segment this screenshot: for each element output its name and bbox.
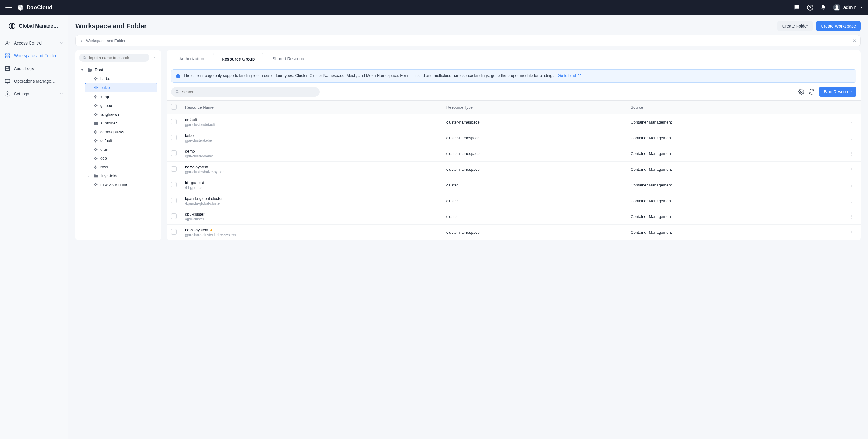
row-actions-icon[interactable]: ⋮ — [850, 230, 854, 234]
sidebar-icon — [5, 91, 10, 97]
hamburger-menu-icon[interactable] — [5, 5, 12, 10]
row-checkbox[interactable] — [171, 214, 177, 219]
tree-node-ruiw-ws-rename[interactable]: ruiw-ws-rename — [85, 180, 157, 189]
tab-authorization[interactable]: Authorization — [170, 52, 213, 65]
tabs: AuthorizationResource GroupShared Resour… — [167, 50, 861, 65]
collapse-icon[interactable]: ▾ — [82, 68, 85, 71]
row-actions-icon[interactable]: ⋮ — [850, 151, 854, 156]
row-actions-icon[interactable]: ⋮ — [850, 167, 854, 172]
tree-node-label: dqp — [100, 156, 107, 160]
username: admin — [843, 5, 857, 10]
content-area: Workspace and Folder Create Folder Creat… — [68, 15, 868, 439]
tree-node-subfolder[interactable]: subfolder — [85, 119, 157, 127]
tree-node-label: baize — [100, 85, 110, 90]
tree-node-baize[interactable]: baize — [85, 83, 157, 92]
table-row: baize-system gpu-cluster/baize-system cl… — [167, 162, 861, 178]
tree-node-dqp[interactable]: dqp — [85, 154, 157, 163]
sidebar-label: Access Control — [14, 40, 42, 45]
resource-type: cluster-namespace — [442, 130, 627, 146]
row-checkbox[interactable] — [171, 135, 177, 140]
banner-text: The current page only supports binding r… — [184, 73, 558, 78]
resource-search-input[interactable] — [182, 90, 315, 94]
resource-source: Container Management — [626, 162, 845, 178]
workspace-icon — [94, 103, 98, 108]
row-checkbox[interactable] — [171, 198, 177, 203]
resource-path: /kpanda-global-cluster — [185, 201, 438, 206]
tree-node-temp[interactable]: temp — [85, 92, 157, 101]
sidebar-item-access-control[interactable]: Access Control — [0, 37, 68, 49]
bind-resource-button[interactable]: Bind Resource — [819, 87, 857, 97]
table-settings-icon[interactable] — [798, 89, 804, 95]
sidebar-item-operations-manage-[interactable]: Operations Manage… — [0, 75, 68, 88]
svg-rect-11 — [8, 56, 10, 58]
tree-node-label: jinye-folder — [100, 174, 120, 178]
sidebar-item-workspace-and-folder[interactable]: Workspace and Folder — [0, 49, 68, 62]
row-actions-icon[interactable]: ⋮ — [850, 198, 854, 203]
expand-icon[interactable]: ▸ — [88, 174, 91, 178]
sidebar-icon — [5, 53, 10, 58]
row-actions-icon[interactable]: ⋮ — [850, 183, 854, 187]
workspace-icon — [94, 112, 98, 117]
row-actions-icon[interactable]: ⋮ — [850, 136, 854, 140]
table-row: kpanda-global-cluster /kpanda-global-clu… — [167, 193, 861, 209]
tree-node-label: default — [100, 138, 112, 143]
go-to-bind-link[interactable]: Go to bind — [558, 73, 581, 78]
tree-root[interactable]: ▾ Root — [79, 65, 157, 74]
tree-node-label: ghippo — [100, 103, 112, 108]
breadcrumb-close-icon[interactable]: ✕ — [853, 38, 856, 43]
folder-open-icon — [88, 68, 92, 72]
notifications-icon[interactable] — [820, 4, 826, 11]
resource-type: cluster — [442, 209, 627, 225]
tree-node-drun[interactable]: drun — [85, 145, 157, 154]
tree-node-jinye-folder[interactable]: ▸ jinye-folder — [85, 171, 157, 180]
workspace-icon — [94, 86, 98, 90]
tab-shared-resource[interactable]: Shared Resource — [264, 52, 314, 65]
svg-rect-10 — [5, 56, 7, 58]
chevron-right-icon[interactable] — [80, 39, 84, 43]
tree-collapse-icon[interactable] — [151, 55, 157, 61]
svg-rect-2 — [798, 6, 798, 7]
row-actions-icon[interactable]: ⋮ — [850, 120, 854, 124]
tree-node-ghippo[interactable]: ghippo — [85, 101, 157, 110]
resource-source: Container Management — [626, 130, 845, 146]
row-checkbox[interactable] — [171, 182, 177, 187]
refresh-icon[interactable] — [809, 89, 815, 95]
brand-text: DaoCloud — [27, 4, 52, 11]
tree-node-tanghai-ws[interactable]: tanghai-ws — [85, 110, 157, 119]
table-row: lrf-gpu-test /lrf-gpu-test cluster Conta… — [167, 178, 861, 193]
resource-source: Container Management — [626, 115, 845, 130]
help-icon[interactable] — [807, 4, 813, 11]
row-checkbox[interactable] — [171, 119, 177, 124]
resource-search-wrap[interactable] — [171, 87, 319, 97]
avatar-icon — [833, 4, 841, 11]
row-checkbox[interactable] — [171, 151, 177, 156]
resource-source: Container Management — [626, 193, 845, 209]
sidebar-item-audit-logs[interactable]: Audit Logs — [0, 62, 68, 75]
create-workspace-button[interactable]: Create Workspace — [816, 21, 861, 31]
row-actions-icon[interactable]: ⋮ — [850, 214, 854, 219]
create-folder-button[interactable]: Create Folder — [777, 21, 813, 31]
tree-node-default[interactable]: default — [85, 136, 157, 145]
tree-node-lsws[interactable]: lsws — [85, 163, 157, 171]
col-resource-name: Resource Name — [181, 100, 442, 115]
svg-rect-0 — [796, 6, 796, 7]
tree-node-label: tanghai-ws — [100, 112, 119, 117]
user-menu[interactable]: admin — [833, 4, 863, 11]
workspace-icon — [94, 165, 98, 169]
tree-node-demo-gpu-ws[interactable]: demo-gpu-ws — [85, 127, 157, 136]
tree-node-harbor[interactable]: harbor — [85, 74, 157, 83]
row-checkbox[interactable] — [171, 166, 177, 172]
sidebar-item-settings[interactable]: Settings — [0, 88, 68, 100]
tree-search-input[interactable] — [89, 55, 146, 60]
tree-node-label: ruiw-ws-rename — [100, 182, 128, 187]
tree-search-input-wrap[interactable] — [79, 54, 149, 62]
brand-logo[interactable]: DaoCloud — [17, 4, 52, 11]
row-checkbox[interactable] — [171, 229, 177, 234]
tree-node-label: subfolder — [100, 121, 117, 125]
messages-icon[interactable] — [794, 4, 800, 11]
table-row: gpu-cluster /gpu-cluster cluster Contain… — [167, 209, 861, 225]
sidebar-label: Operations Manage… — [14, 79, 55, 84]
select-all-checkbox[interactable] — [171, 104, 177, 109]
tab-resource-group[interactable]: Resource Group — [213, 53, 264, 65]
sidebar-icon — [5, 79, 10, 84]
